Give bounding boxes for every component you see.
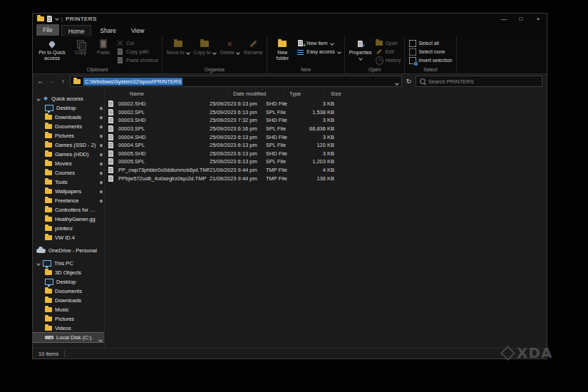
ribbon-group-new: New folder + New item Easy access (267, 36, 344, 73)
paste-button[interactable]: Paste (93, 38, 113, 56)
chevron-down-icon (212, 51, 217, 55)
delete-button[interactable]: × Delete (220, 38, 240, 56)
column-header-size[interactable]: Size (325, 91, 358, 98)
chevron-down-icon[interactable] (55, 16, 59, 21)
tab-home[interactable]: Home (61, 25, 92, 37)
sidebar-item-freelance[interactable]: Freelance (33, 196, 104, 205)
sidebar-quick-access[interactable]: ★ Quick access (33, 94, 104, 103)
table-row[interactable]: 00004.SHD 25/09/2023 6:13 pm SHD File 3 … (105, 133, 547, 141)
sidebar-item-documents[interactable]: Documents (33, 122, 104, 131)
table-row[interactable]: PPbjw572ud6_4o0seglrz0iqo2d.TMP 21/09/20… (105, 174, 547, 182)
edit-button[interactable]: Edit (376, 48, 401, 55)
tab-view[interactable]: View (125, 25, 150, 36)
select-none-button[interactable]: Select none (408, 48, 452, 55)
cut-icon (117, 40, 123, 46)
table-row[interactable]: 00005.SPL 25/09/2023 6:13 pm SPL File 1,… (105, 158, 547, 166)
copy-path-button[interactable]: Copy path (116, 48, 158, 55)
sidebar-item-pc-music[interactable]: Music (33, 305, 104, 314)
button-label: Delete (220, 50, 234, 55)
invert-selection-button[interactable]: Invert selection (408, 57, 452, 63)
copy-path-icon (118, 48, 123, 55)
sidebar-item-pc-documents[interactable]: Documents (33, 287, 104, 296)
pin-icon (99, 180, 103, 185)
sidebar-scroll-down-arrow[interactable] (98, 331, 102, 344)
file-name: 00004.SPL (118, 142, 210, 148)
search-box[interactable]: Search PRINTERS (416, 76, 542, 87)
sidebar-item-pc-pictures[interactable]: Pictures (33, 314, 104, 324)
back-button[interactable]: ← (36, 78, 45, 85)
table-row[interactable]: 00003.SHD 25/09/2023 7:32 pm SHD File 3 … (105, 116, 547, 125)
sidebar-item-label: Downloads (55, 297, 103, 304)
sidebar-this-pc[interactable]: This PC (33, 259, 104, 268)
table-row[interactable]: 00005.SHD 25/09/2023 6:13 pm SHD File 3 … (105, 150, 547, 158)
group-label-select: Select (408, 66, 452, 73)
sidebar-item-pictures[interactable]: Pictures (33, 131, 104, 140)
cut-button[interactable]: Cut (116, 40, 158, 46)
history-button[interactable]: History (376, 57, 401, 63)
file-type: SPL File (266, 142, 307, 148)
window-title: PRINTERS (66, 16, 97, 22)
sidebar-item-printerz[interactable]: printerz (33, 224, 104, 233)
sidebar-item-3d-objects[interactable]: 3D Objects (33, 268, 104, 277)
drive-icon (45, 336, 53, 339)
table-row[interactable]: PP_cwp73phbbr0o0ddiunmck6yd.TMP 21/09/20… (105, 166, 547, 175)
sidebar-item-games-ssd[interactable]: Games (SSD - 2) (33, 140, 104, 150)
sidebar-item-heathygamer[interactable]: HeathyGamer.gg (33, 215, 104, 224)
select-all-button[interactable]: Select all (408, 40, 452, 46)
tab-file[interactable]: File (36, 24, 59, 36)
folder-icon (45, 217, 52, 222)
file-name: 00004.SHD (118, 134, 210, 140)
new-folder-icon (278, 41, 287, 47)
folder-icon (45, 152, 52, 157)
copy-to-button[interactable]: Copy to (193, 38, 217, 56)
quick-access-icon: ★ (43, 96, 48, 102)
navigation-pane: ★ Quick access Desktop Downloads Documen… (33, 88, 105, 348)
table-row[interactable]: 00003.SPL 25/09/2023 6:16 pm SPL File 66… (105, 125, 547, 133)
address-dropdown[interactable] (395, 75, 398, 88)
new-folder-button[interactable]: New folder (271, 38, 294, 61)
properties-button[interactable]: ✓ Properties (349, 38, 373, 61)
sidebar-item-downloads[interactable]: Downloads (33, 113, 104, 122)
sidebar-item-pc-downloads[interactable]: Downloads (33, 296, 104, 305)
sidebar-item-desktop[interactable]: Desktop (33, 103, 104, 113)
open-button[interactable]: Open (376, 40, 401, 46)
move-to-button[interactable]: Move to (166, 38, 190, 56)
forward-button[interactable]: → (47, 78, 56, 85)
sidebar-item-pc-videos[interactable]: Videos (33, 324, 104, 333)
tab-share[interactable]: Share (93, 25, 123, 36)
table-row[interactable]: 00004.SPL 25/09/2023 6:13 pm SPL File 12… (105, 141, 547, 150)
sidebar-onedrive[interactable]: OneDrive - Personal (33, 246, 104, 255)
maximize-button[interactable]: □ (512, 14, 530, 24)
up-button[interactable]: ↑ (58, 78, 68, 85)
copy-button[interactable]: Copy (71, 38, 91, 56)
column-header-type[interactable]: Type (284, 91, 325, 98)
address-path[interactable]: C:\Windows\System32\spool\PRINTERS (83, 78, 182, 86)
close-button[interactable]: × (530, 14, 547, 24)
sidebar-item-local-disk-c[interactable]: Local Disk (C:) (33, 333, 104, 342)
address-bar[interactable]: C:\Windows\System32\spool\PRINTERS (70, 76, 402, 87)
sidebar-item-courses[interactable]: Courses (33, 168, 104, 177)
minimize-button[interactable]: — (495, 14, 512, 24)
sidebar-item-games-hdd[interactable]: Games (HDD) (33, 150, 104, 159)
sidebar-item-label: Documents (55, 288, 103, 294)
file-name: 00003.SPL (118, 125, 210, 132)
column-header-date[interactable]: Date modified (227, 91, 284, 98)
sidebar-item-controllers[interactable]: Controllers for Len... (33, 205, 104, 215)
sidebar-item-label: Pictures (55, 316, 103, 322)
sidebar-item-tools[interactable]: Tools (33, 177, 104, 187)
easy-access-button[interactable]: Easy access (296, 48, 340, 55)
sidebar-item-vw-id4[interactable]: VW ID.4 (33, 233, 104, 242)
pin-to-quick-access-button[interactable]: Pin to Quick access (36, 38, 68, 61)
refresh-button[interactable]: ↻ (404, 78, 413, 85)
file-size: 136 KB (307, 175, 334, 182)
new-item-button[interactable]: + New item (296, 40, 340, 46)
chevron-down-icon (98, 338, 103, 342)
sidebar-item-wallpapers[interactable]: Wallpapers (33, 187, 104, 196)
sidebar-item-pc-desktop[interactable]: Desktop (33, 277, 104, 287)
sidebar-item-movies[interactable]: Movies (33, 159, 104, 168)
column-header-name[interactable]: Name (105, 91, 227, 98)
paste-shortcut-button[interactable]: Paste shortcut (116, 57, 158, 63)
table-row[interactable]: 00002.SPL 25/09/2023 6:13 pm SPL File 1,… (105, 108, 547, 117)
rename-button[interactable]: Rename (243, 38, 263, 56)
table-row[interactable]: 00002.SHD 25/09/2023 6:13 pm SHD File 3 … (105, 100, 547, 108)
